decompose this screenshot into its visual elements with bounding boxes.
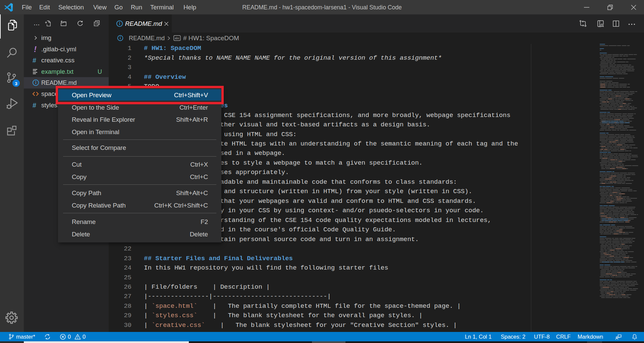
svg-text:abc: abc [175,37,180,40]
